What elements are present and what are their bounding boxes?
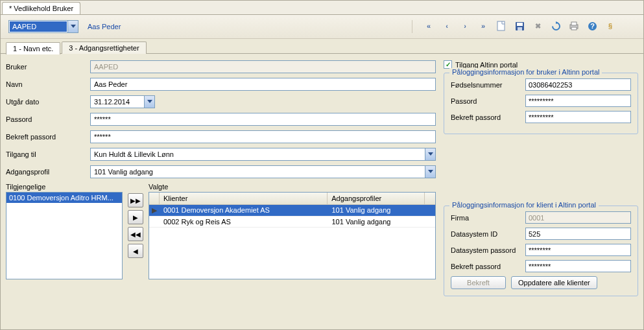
svg-marker-11 xyxy=(147,100,152,103)
altinn-bruker-fieldset: Påloggingsinformasjon for bruker i Altin… xyxy=(444,73,638,134)
altinn-bruker-legend: Påloggingsinformasjon for bruker i Altin… xyxy=(449,68,602,76)
label-firma: Firma xyxy=(451,214,525,222)
label-altinn-passord: Passord xyxy=(451,97,525,105)
label-fodselsnummer: Fødselsnummer xyxy=(451,81,525,89)
tilgang-til-select[interactable]: Kun Huldt & Lillevik Lønn xyxy=(90,148,436,161)
bekreft-button: Bekreft xyxy=(451,276,506,289)
adgangsprofil-select[interactable]: 101 Vanlig adgang xyxy=(90,165,436,178)
klient-bekreft-field[interactable]: ******** xyxy=(525,260,631,272)
cell-profil: 101 Vanlig adgang xyxy=(328,205,425,216)
svg-marker-12 xyxy=(428,152,433,156)
refresh-icon[interactable] xyxy=(550,20,562,32)
tab-navn[interactable]: 1 - Navn etc. xyxy=(6,42,60,54)
label-navn: Navn xyxy=(6,80,90,88)
chevron-down-icon[interactable] xyxy=(144,96,154,108)
chevron-down-icon[interactable] xyxy=(425,166,435,178)
next-icon[interactable]: › xyxy=(459,20,471,32)
label-tilgang-til: Tilgang til xyxy=(6,150,90,158)
help-icon[interactable]: ? xyxy=(586,20,598,32)
navn-field[interactable]: Aas Peder xyxy=(90,78,436,91)
user-name-link[interactable]: Aas Peder xyxy=(88,23,121,30)
tilgjengelige-list[interactable]: 0100 Demoversjon Aditro HRM... xyxy=(6,192,123,279)
tilgang-til-value: Kun Huldt & Lillevik Lønn xyxy=(94,150,174,158)
table-row[interactable]: ▶ 0001 Demoversjon Akademiet AS 101 Vanl… xyxy=(149,205,435,217)
prev-icon[interactable]: ‹ xyxy=(441,20,453,32)
label-adgangsprofil: Adgangsprofil xyxy=(6,168,90,176)
window-title-tab[interactable]: * Vedlikehold Bruker xyxy=(2,2,80,14)
valgte-grid[interactable]: Klienter Adgangsprofiler ▶ 0001 Demovers… xyxy=(149,192,436,279)
user-select-value: AAPED xyxy=(10,21,67,32)
utgar-dato-field[interactable]: 31.12.2014 xyxy=(90,95,155,108)
tilgjengelige-label: Tilgjengelige xyxy=(6,183,123,191)
svg-rect-3 xyxy=(517,23,523,26)
print-icon[interactable] xyxy=(568,20,580,32)
bekreft-passord-field[interactable]: ****** xyxy=(90,130,436,143)
svg-marker-0 xyxy=(71,25,76,28)
grid-header-marker xyxy=(149,193,160,204)
save-icon[interactable] xyxy=(514,20,525,32)
label-utgar-dato: Utgår dato xyxy=(6,98,90,106)
move-right-button[interactable]: ▶ xyxy=(128,210,143,224)
svg-marker-13 xyxy=(428,170,433,173)
svg-text:?: ? xyxy=(590,22,595,30)
move-all-left-button[interactable]: ◀◀ xyxy=(128,227,143,241)
sub-tabs: 1 - Navn etc. 3 - Adgangsrettigheter xyxy=(1,39,643,54)
svg-rect-4 xyxy=(518,27,522,30)
label-altinn-bekreft: Bekreft passord xyxy=(451,113,525,121)
svg-rect-1 xyxy=(497,21,505,30)
grid-header-klienter[interactable]: Klienter xyxy=(160,193,328,204)
label-datasystem-passord: Datasystem passord xyxy=(451,246,525,254)
altinn-klient-fieldset: Påloggingsinformasjon for klient i Altin… xyxy=(444,206,638,296)
list-item[interactable]: 0100 Demoversjon Aditro HRM... xyxy=(6,193,122,203)
label-klient-bekreft: Bekreft passord xyxy=(451,263,525,270)
altinn-checkbox-label: Tilgang Altinn portal xyxy=(455,61,518,69)
passord-field[interactable]: ****** xyxy=(90,113,436,126)
firma-field: 0001 xyxy=(525,211,631,224)
separator xyxy=(412,20,412,33)
bruker-field: AAPED xyxy=(90,60,436,73)
altinn-klient-legend: Påloggingsinformasjon for klient i Altin… xyxy=(449,201,599,209)
first-icon[interactable]: « xyxy=(423,20,435,32)
utgar-dato-value: 31.12.2014 xyxy=(94,98,130,106)
cell-klient: 0001 Demoversjon Akademiet AS xyxy=(160,205,328,216)
table-row[interactable]: 0002 Ryk og Reis AS 101 Vanlig adgang xyxy=(149,217,435,228)
toolbar: AAPED Aas Peder « ‹ › » ✖ ? § xyxy=(1,15,643,39)
datasystem-id-field[interactable]: 525 xyxy=(525,228,631,240)
chevron-down-icon[interactable] xyxy=(425,148,435,160)
cell-klient: 0002 Ryk og Reis AS xyxy=(160,217,328,227)
delete-icon[interactable]: ✖ xyxy=(532,20,543,32)
move-all-right-button[interactable]: ▶▶ xyxy=(128,193,143,207)
label-passord: Passord xyxy=(6,115,90,123)
chevron-down-icon[interactable] xyxy=(67,21,78,32)
altinn-bekreft-field[interactable]: ********* xyxy=(525,111,631,123)
tab-adgang[interactable]: 3 - Adgangsrettigheter xyxy=(62,41,146,54)
last-icon[interactable]: » xyxy=(477,20,489,32)
row-marker-icon: ▶ xyxy=(149,205,160,216)
svg-rect-7 xyxy=(571,22,577,25)
cell-profil: 101 Vanlig adgang xyxy=(328,217,425,227)
valgte-label: Valgte xyxy=(149,183,436,191)
settings-icon[interactable]: § xyxy=(604,20,616,32)
altinn-passord-field[interactable]: ********* xyxy=(525,95,631,107)
new-icon[interactable] xyxy=(495,20,507,32)
label-bekreft-passord: Bekreft passord xyxy=(6,133,90,141)
datasystem-passord-field[interactable]: ******** xyxy=(525,244,631,256)
move-left-button[interactable]: ◀ xyxy=(128,244,143,258)
label-datasystem-id: Datasystem ID xyxy=(451,230,525,238)
user-select[interactable]: AAPED xyxy=(8,20,78,33)
oppdatere-button[interactable]: Oppdatere alle klienter xyxy=(511,276,597,289)
label-bruker: Bruker xyxy=(6,63,90,71)
fodselsnummer-field[interactable]: 03086402253 xyxy=(525,78,631,91)
svg-rect-8 xyxy=(571,27,577,30)
scrollbar-track[interactable] xyxy=(425,193,435,204)
grid-header-adgangsprofiler[interactable]: Adgangsprofiler xyxy=(328,193,425,204)
adgangsprofil-value: 101 Vanlig adgang xyxy=(94,168,153,176)
